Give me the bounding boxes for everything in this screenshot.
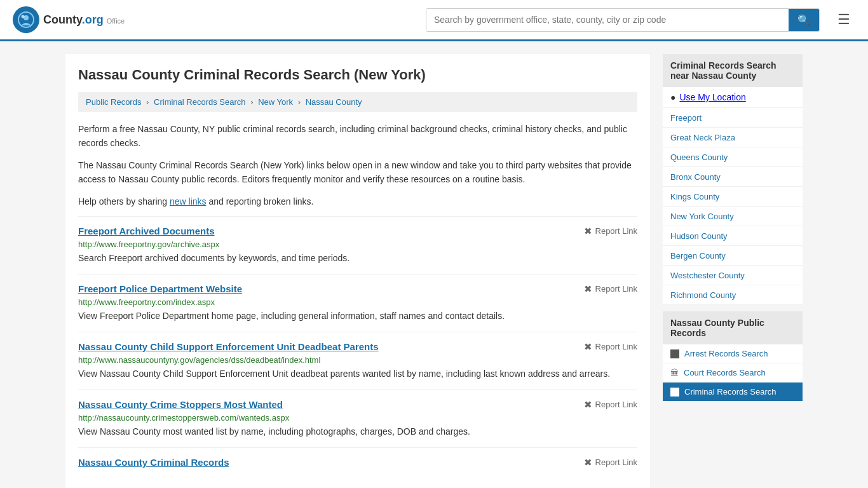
- sidebar-pub-list: Arrest Records Search🏛Court Records Sear…: [663, 344, 803, 402]
- sidebar-pub-link[interactable]: Court Records Search: [684, 368, 766, 377]
- building-icon: 🏛: [670, 368, 679, 377]
- record-title[interactable]: Freeport Archived Documents: [78, 226, 215, 236]
- record-item: Freeport Police Department Website✖Repor…: [78, 274, 637, 332]
- report-link[interactable]: ✖Report Link: [584, 341, 637, 353]
- report-icon: ✖: [584, 283, 592, 295]
- logo-text: County.org Office: [43, 13, 125, 27]
- record-item: Freeport Archived Documents✖Report Linkh…: [78, 216, 637, 274]
- sidebar-nearby-link[interactable]: Richmond County: [670, 290, 736, 300]
- report-icon: ✖: [584, 341, 592, 353]
- sidebar-nearby-list: FreeportGreat Neck PlazaQueens CountyBro…: [663, 108, 803, 305]
- main-container: Nassau County Criminal Records Search (N…: [53, 41, 815, 488]
- breadcrumb-new-york[interactable]: New York: [258, 97, 293, 107]
- record-item: Nassau County Crime Stoppers Most Wanted…: [78, 390, 637, 447]
- use-location-link[interactable]: Use My Location: [679, 92, 745, 102]
- sidebar-nearby-link[interactable]: Hudson County: [670, 231, 728, 241]
- sidebar-nearby-item[interactable]: Queens County: [663, 147, 803, 167]
- sidebar-nearby-link[interactable]: Queens County: [670, 152, 728, 162]
- page-title: Nassau County Criminal Records Search (N…: [78, 67, 637, 83]
- nearby-header: Criminal Records Search near Nassau Coun…: [663, 54, 803, 87]
- record-url[interactable]: http://www.nassaucountyny.gov/agencies/d…: [78, 355, 637, 365]
- records-list: Freeport Archived Documents✖Report Linkh…: [78, 216, 637, 477]
- content-area: Nassau County Criminal Records Search (N…: [65, 54, 650, 488]
- sidebar-pub-link[interactable]: Arrest Records Search: [684, 349, 768, 358]
- record-url[interactable]: http://www.freeportny.com/index.aspx: [78, 297, 637, 307]
- menu-button[interactable]: ☰: [832, 9, 855, 30]
- record-url[interactable]: http://www.freeportny.gov/archive.aspx: [78, 240, 637, 249]
- sidebar-nearby-link[interactable]: Westchester County: [670, 271, 745, 280]
- logo[interactable]: County.org Office: [13, 6, 125, 33]
- sidebar-pub-item[interactable]: 🏛Court Records Search: [663, 363, 803, 383]
- header: County.org Office 🔍 ☰: [0, 0, 868, 41]
- report-link[interactable]: ✖Report Link: [584, 226, 637, 237]
- search-bar: 🔍: [426, 8, 820, 32]
- sidebar-nearby-link[interactable]: Bergen County: [670, 251, 726, 261]
- public-records-section: Nassau County Public Records Arrest Reco…: [663, 311, 803, 402]
- sidebar-nearby-link[interactable]: Freeport: [670, 113, 702, 123]
- record-description: Search Freeport archived documents by ke…: [78, 252, 637, 265]
- record-description: View Nassau County most wanted list by n…: [78, 425, 637, 438]
- description-1: Perform a free Nassau County, NY public …: [78, 122, 637, 151]
- breadcrumb-public-records[interactable]: Public Records: [86, 97, 141, 107]
- sidebar-nearby-item[interactable]: Great Neck Plaza: [663, 128, 803, 147]
- search-button[interactable]: 🔍: [789, 9, 819, 31]
- sidebar-nearby-link[interactable]: New York County: [670, 212, 734, 221]
- hamburger-icon: ☰: [837, 11, 850, 27]
- record-item: Nassau County Criminal Records✖Report Li…: [78, 447, 637, 477]
- svg-point-2: [22, 15, 25, 18]
- logo-icon: [13, 6, 39, 33]
- sidebar-pub-link[interactable]: Criminal Records Search: [684, 387, 776, 396]
- report-link[interactable]: ✖Report Link: [584, 399, 637, 410]
- record-title[interactable]: Nassau County Crime Stoppers Most Wanted: [78, 399, 283, 410]
- location-pin-icon: ●: [670, 92, 675, 102]
- sidebar-nearby-item[interactable]: Hudson County: [663, 226, 803, 246]
- record-title[interactable]: Nassau County Child Support Enforcement …: [78, 341, 379, 352]
- use-location-item[interactable]: ● Use My Location: [663, 87, 803, 108]
- search-input[interactable]: [426, 9, 789, 31]
- sidebar-nearby-item[interactable]: Westchester County: [663, 266, 803, 285]
- breadcrumb: Public Records › Criminal Records Search…: [78, 92, 637, 112]
- record-description: View Nassau County Child Support Enforce…: [78, 367, 637, 381]
- report-link[interactable]: ✖Report Link: [584, 457, 637, 468]
- sidebar: Criminal Records Search near Nassau Coun…: [663, 54, 803, 488]
- nearby-section: Criminal Records Search near Nassau Coun…: [663, 54, 803, 305]
- badge-icon: [670, 388, 679, 396]
- sidebar-nearby-item[interactable]: Bronx County: [663, 167, 803, 187]
- description-3: Help others by sharing new links and rep…: [78, 194, 637, 208]
- sidebar-nearby-item[interactable]: Richmond County: [663, 285, 803, 305]
- record-url[interactable]: http://nassaucounty.crimestoppersweb.com…: [78, 413, 637, 423]
- report-icon: ✖: [584, 399, 592, 410]
- sidebar-nearby-item[interactable]: Bergen County: [663, 246, 803, 266]
- sidebar-nearby-item[interactable]: Freeport: [663, 108, 803, 128]
- sidebar-nearby-link[interactable]: Kings County: [670, 192, 719, 201]
- report-icon: ✖: [584, 226, 592, 237]
- new-links-link[interactable]: new links: [170, 196, 207, 207]
- public-records-header: Nassau County Public Records: [663, 311, 803, 344]
- sidebar-nearby-item[interactable]: Kings County: [663, 187, 803, 207]
- sidebar-nearby-link[interactable]: Bronx County: [670, 172, 721, 182]
- square-icon: [670, 349, 679, 358]
- sidebar-pub-item[interactable]: Arrest Records Search: [663, 344, 803, 363]
- breadcrumb-criminal-records-search[interactable]: Criminal Records Search: [154, 97, 246, 107]
- description-2: The Nassau County Criminal Records Searc…: [78, 158, 637, 187]
- report-icon: ✖: [584, 457, 592, 468]
- record-title[interactable]: Freeport Police Department Website: [78, 283, 242, 294]
- sidebar-nearby-item[interactable]: New York County: [663, 207, 803, 226]
- record-description: View Freeport Police Department home pag…: [78, 309, 637, 323]
- record-item: Nassau County Child Support Enforcement …: [78, 332, 637, 390]
- sidebar-nearby-link[interactable]: Great Neck Plaza: [670, 133, 735, 142]
- report-link[interactable]: ✖Report Link: [584, 283, 637, 295]
- record-title[interactable]: Nassau County Criminal Records: [78, 457, 229, 468]
- sidebar-pub-item[interactable]: Criminal Records Search: [663, 383, 803, 402]
- breadcrumb-nassau-county[interactable]: Nassau County: [306, 97, 362, 107]
- search-icon: 🔍: [797, 15, 810, 25]
